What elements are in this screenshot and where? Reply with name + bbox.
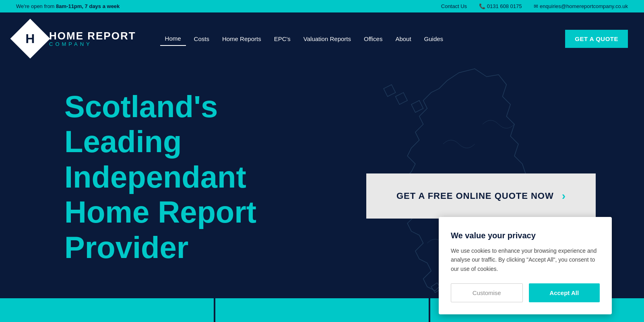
top-bar: We're open from 8am-11pm, 7 days a week … [0,0,644,12]
logo-line2: COMPANY [49,41,136,47]
quote-panel-text: GET A FREE ONLINE QUOTE NOW [396,191,554,201]
hero-content: Scotland's Leading Independant Home Repo… [64,89,290,265]
main-nav: Home Costs Home Reports EPC's Valuation … [160,32,566,46]
nav-home-reports[interactable]: Home Reports [217,32,266,45]
email-link[interactable]: ✉ enquiries@homereportcompany.co.uk [534,3,628,9]
logo-letter: H [25,32,35,45]
bottom-card-2 [215,298,429,322]
accept-all-button[interactable]: Accept All [529,283,600,302]
get-quote-button[interactable]: GET A QUOTE [565,30,628,48]
phone-link[interactable]: 📞 0131 608 0175 [479,3,522,9]
top-bar-contact: Contact Us 📞 0131 608 0175 ✉ enquiries@h… [441,3,628,9]
cookie-title: We value your privacy [451,231,600,240]
open-hours: 8am-11pm, 7 days a week [56,3,120,9]
quote-panel-arrow: › [562,190,566,202]
logo-diamond: H [10,19,50,59]
phone-icon: 📞 [479,3,487,9]
quote-panel[interactable]: GET A FREE ONLINE QUOTE NOW › [366,173,596,219]
email-address: enquiries@homereportcompany.co.uk [540,3,628,9]
open-text: We're open from [16,3,56,9]
logo[interactable]: H HOME REPORT COMPANY [16,25,136,53]
logo-text: HOME REPORT COMPANY [49,31,136,47]
nav-home[interactable]: Home [160,32,186,46]
quote-panel-inner[interactable]: GET A FREE ONLINE QUOTE NOW › [366,173,596,219]
cookie-buttons: Customise Accept All [451,283,600,302]
top-bar-hours: We're open from 8am-11pm, 7 days a week [16,3,120,9]
cookie-notice: We value your privacy We use cookies to … [439,217,612,314]
cookie-body: We use cookies to enhance your browsing … [451,246,600,273]
nav-epcs[interactable]: EPC's [269,32,295,45]
hero-section: Scotland's Leading Independant Home Repo… [0,65,644,322]
nav-valuation-reports[interactable]: Valuation Reports [299,32,356,45]
logo-line1: HOME REPORT [49,31,136,41]
header: H HOME REPORT COMPANY Home Costs Home Re… [0,12,644,65]
nav-costs[interactable]: Costs [189,32,214,45]
email-icon: ✉ [534,3,540,9]
phone-number: 0131 608 0175 [487,3,522,9]
customise-button[interactable]: Customise [451,283,523,302]
bottom-card-1 [0,298,214,322]
nav-guides[interactable]: Guides [419,32,448,45]
hero-heading: Scotland's Leading Independant Home Repo… [64,89,290,265]
nav-about[interactable]: About [390,32,416,45]
contact-us-link[interactable]: Contact Us [441,3,467,9]
nav-offices[interactable]: Offices [359,32,387,45]
